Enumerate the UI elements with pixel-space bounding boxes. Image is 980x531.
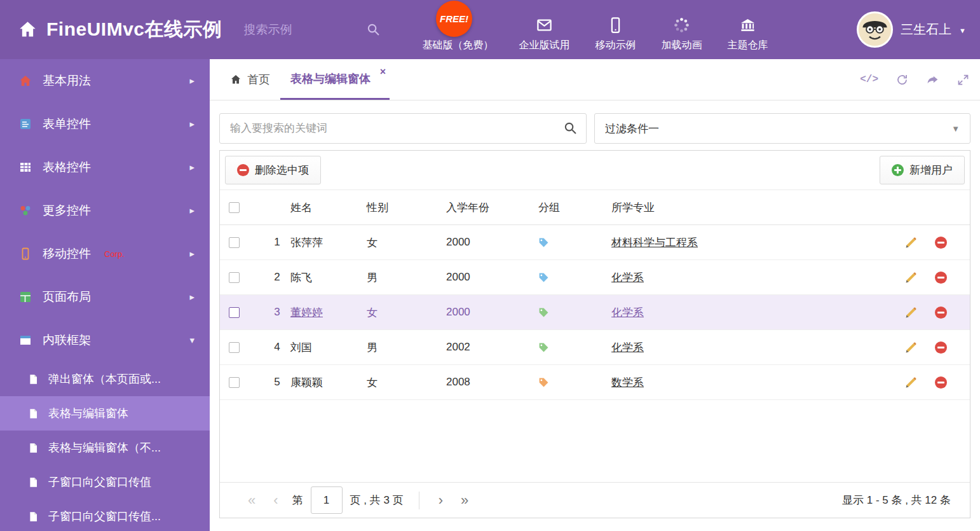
major-link[interactable]: 数学系 (611, 376, 644, 389)
edit-icon[interactable] (904, 271, 918, 284)
home-icon (19, 74, 32, 87)
view-source-icon[interactable]: </> (860, 74, 878, 85)
page-number-input[interactable] (311, 486, 343, 514)
nav-item-mobile-examples[interactable]: 移动示例 (595, 17, 636, 52)
keyword-search (219, 113, 587, 144)
delete-row-icon[interactable] (935, 341, 947, 354)
chevron-down-icon: ▼ (951, 124, 960, 134)
tag-icon (538, 237, 549, 248)
free-badge: FREE! (436, 1, 472, 37)
column-header-year: 入学年份 (446, 200, 538, 215)
edit-icon[interactable] (904, 306, 918, 319)
last-page-icon[interactable]: » (452, 493, 477, 507)
row-checkbox[interactable] (229, 377, 240, 388)
sidebar-item-grid-controls[interactable]: 表格控件 ▸ (0, 146, 210, 189)
sidebar-subitem-child-to-parent[interactable]: 子窗口向父窗口传值 (0, 465, 210, 499)
edit-icon[interactable] (904, 376, 918, 389)
row-checkbox[interactable] (229, 342, 240, 353)
chevron-right-icon: ▸ (189, 162, 194, 173)
row-gender: 女 (367, 235, 446, 250)
major-link[interactable]: 化学系 (611, 272, 644, 284)
share-icon[interactable] (926, 73, 939, 86)
tag-icon (538, 377, 549, 388)
edit-icon[interactable] (904, 341, 918, 354)
first-page-icon[interactable]: « (239, 493, 264, 507)
envelope-icon (536, 17, 553, 34)
prev-page-icon[interactable]: ‹ (264, 493, 287, 507)
row-gender: 女 (367, 375, 446, 390)
table-row[interactable]: 5 康颖颖 女 2008 数学系 (220, 365, 970, 400)
tab-close-icon[interactable]: × (380, 66, 386, 78)
row-index: 3 (264, 306, 290, 319)
user-menu[interactable]: 三生石上 ▼ (857, 11, 980, 48)
select-all-checkbox[interactable] (229, 202, 240, 213)
row-index: 2 (264, 271, 290, 284)
row-checkbox[interactable] (229, 307, 240, 318)
brand[interactable]: FineUIMvc在线示例 (0, 17, 222, 43)
major-link[interactable]: 化学系 (611, 341, 644, 354)
tab-label: 表格与编辑窗体 (290, 71, 371, 86)
next-page-icon[interactable]: › (430, 493, 452, 507)
table-row[interactable]: 4 刘国 男 2002 化学系 (220, 330, 970, 365)
table-row[interactable]: 1 张萍萍 女 2000 材料科学与工程系 (220, 225, 970, 260)
refresh-icon[interactable] (895, 73, 909, 86)
sidebar-item-iframe[interactable]: 内联框架 ▾ (0, 319, 210, 362)
row-index: 4 (264, 341, 290, 354)
header-search-input[interactable] (244, 23, 327, 37)
tab-tools: </> (860, 59, 970, 100)
delete-row-icon[interactable] (935, 237, 947, 249)
tab-home[interactable]: 首页 (220, 59, 280, 100)
sidebar-subitem-label: 表格与编辑窗体（不... (48, 440, 161, 455)
row-index: 1 (264, 236, 290, 249)
sidebar-item-more-controls[interactable]: 更多控件 ▸ (0, 189, 210, 232)
sidebar-item-mobile-controls[interactable]: 移动控件 Corp. ▸ (0, 232, 210, 275)
delete-selected-button[interactable]: 删除选中项 (225, 156, 321, 184)
tag-icon (538, 342, 549, 353)
window-icon (19, 334, 32, 347)
sidebar-subitem-grid-edit-window[interactable]: 表格与编辑窗体 (0, 396, 210, 431)
table-row[interactable]: 2 陈飞 男 2000 化学系 (220, 260, 970, 295)
minus-circle-icon (237, 164, 249, 176)
row-checkbox[interactable] (229, 272, 240, 283)
major-link[interactable]: 材料科学与工程系 (611, 237, 698, 249)
nav-item-loading-animations[interactable]: 加载动画 (662, 17, 702, 52)
add-user-button[interactable]: 新增用户 (880, 156, 965, 184)
chevron-down-icon: ▾ (189, 334, 194, 346)
delete-row-icon[interactable] (935, 307, 947, 319)
search-icon[interactable] (366, 22, 381, 37)
tab-label: 首页 (247, 72, 270, 87)
nav-item-enterprise-trial[interactable]: 企业版试用 (519, 17, 570, 52)
row-year: 2008 (446, 376, 538, 389)
filter-dropdown-value: 过滤条件一 (605, 121, 659, 136)
delete-row-icon[interactable] (935, 376, 947, 389)
delete-row-icon[interactable] (935, 272, 947, 284)
major-link[interactable]: 化学系 (611, 307, 644, 319)
tab-grid-edit-window[interactable]: 表格与编辑窗体 × (280, 59, 390, 100)
sidebar-item-form-controls[interactable]: 表单控件 ▸ (0, 102, 210, 146)
keyword-search-input[interactable] (219, 113, 587, 144)
layout-icon (19, 291, 32, 303)
filter-row: 过滤条件一 ▼ (219, 113, 970, 144)
document-icon (28, 477, 39, 488)
table-row[interactable]: 3 董婷婷 女 2000 化学系 (220, 295, 970, 330)
chevron-right-icon: ▸ (189, 75, 194, 86)
delete-selected-label: 删除选中项 (255, 163, 309, 177)
sidebar-subitem-child-to-parent-2[interactable]: 子窗口向父窗口传值... (0, 499, 210, 531)
form-icon (19, 118, 32, 130)
row-checkbox[interactable] (229, 237, 240, 248)
filter-dropdown[interactable]: 过滤条件一 ▼ (594, 113, 970, 144)
sidebar-subitem-popup-window[interactable]: 弹出窗体（本页面或... (0, 362, 210, 396)
fullscreen-icon[interactable] (956, 73, 970, 86)
sidebar-item-label: 表格控件 (43, 159, 91, 176)
sidebar-item-page-layout[interactable]: 页面布局 ▸ (0, 275, 210, 319)
sidebar-item-label: 更多控件 (43, 202, 91, 219)
nav-item-theme-repo[interactable]: 主题仓库 (728, 17, 768, 52)
edit-icon[interactable] (904, 236, 918, 249)
search-icon[interactable] (563, 121, 578, 135)
chevron-right-icon: ▸ (189, 118, 194, 130)
sidebar-subitem-grid-edit-window-2[interactable]: 表格与编辑窗体（不... (0, 431, 210, 465)
column-header-gender: 性别 (367, 200, 446, 215)
sidebar-item-basic-usage[interactable]: 基本用法 ▸ (0, 59, 210, 102)
sidebar-subitem-label: 子窗口向父窗口传值... (48, 509, 161, 524)
tab-bar: 首页 表格与编辑窗体 × </> (210, 59, 980, 100)
